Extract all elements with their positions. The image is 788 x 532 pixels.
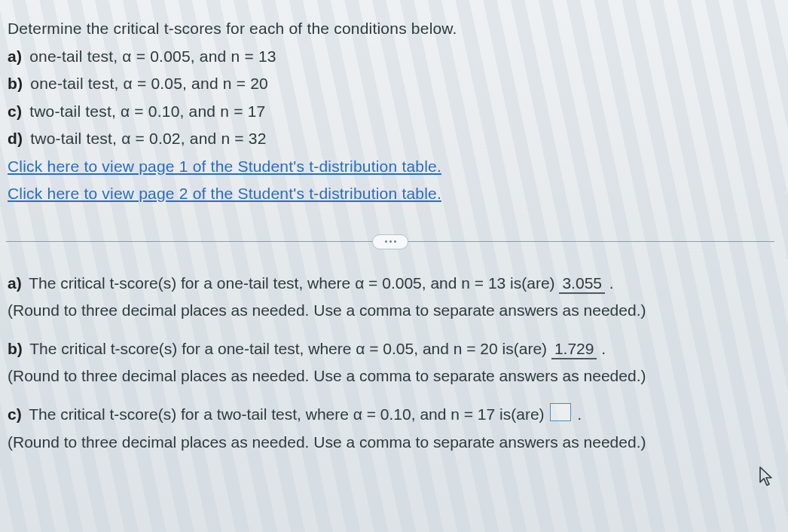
answer-a: a) The critical t-score(s) for a one-tai… (8, 271, 774, 296)
answer-c-input[interactable] (550, 403, 571, 421)
answer-b-label: b) (8, 340, 23, 357)
part-a-text: one-tail test, α = 0.005, and n = 13 (29, 47, 276, 65)
answer-c: c) The critical t-score(s) for a two-tai… (8, 402, 774, 427)
answer-b-trail: . (601, 340, 606, 357)
answer-a-value[interactable]: 3.055 (559, 274, 605, 294)
answer-b-value[interactable]: 1.729 (551, 340, 597, 359)
part-c-text: two-tail test, α = 0.10, and n = 17 (29, 102, 265, 120)
part-d-label: d) (8, 130, 23, 147)
answer-a-lead: The critical t-score(s) for a one-tail t… (29, 274, 559, 292)
part-a: a) one-tail test, α = 0.005, and n = 13 (8, 44, 774, 69)
answer-b: b) The critical t-score(s) for a one-tai… (8, 337, 774, 362)
answer-a-trail: . (609, 274, 614, 292)
part-c-label: c) (8, 102, 22, 120)
answer-a-label: a) (8, 274, 22, 292)
answer-c-trail: . (577, 405, 582, 423)
part-b-label: b) (8, 75, 23, 92)
t-table-page2-link[interactable]: Click here to view page 2 of the Student… (8, 185, 441, 202)
link-row-1: Click here to view page 1 of the Student… (8, 154, 774, 179)
answer-b-lead: The critical t-score(s) for a one-tail t… (29, 340, 551, 357)
t-table-page1-link[interactable]: Click here to view page 1 of the Student… (8, 157, 441, 175)
question-block: Determine the critical t-scores for each… (6, 9, 774, 206)
part-a-label: a) (8, 47, 22, 65)
answer-b-hint: (Round to three decimal places as needed… (8, 364, 774, 389)
section-divider (6, 228, 774, 258)
answer-c-lead: The critical t-score(s) for a two-tail t… (29, 405, 548, 423)
cursor-arrow-icon (758, 466, 774, 487)
question-sheet: Determine the critical t-scores for each… (0, 0, 788, 532)
part-b-text: one-tail test, α = 0.05, and n = 20 (30, 75, 268, 92)
part-b: b) one-tail test, α = 0.05, and n = 20 (8, 72, 774, 96)
question-prompt: Determine the critical t-scores for each… (8, 17, 774, 41)
answer-c-hint: (Round to three decimal places as needed… (8, 430, 774, 455)
link-row-2: Click here to view page 2 of the Student… (8, 182, 774, 206)
part-c: c) two-tail test, α = 0.10, and n = 17 (8, 99, 774, 124)
expand-dots-button[interactable] (372, 234, 408, 249)
answer-a-hint: (Round to three decimal places as needed… (8, 298, 774, 323)
part-d-text: two-tail test, α = 0.02, and n = 32 (30, 130, 266, 147)
part-d: d) two-tail test, α = 0.02, and n = 32 (8, 127, 774, 151)
answer-c-label: c) (8, 405, 22, 423)
answers-block: a) The critical t-score(s) for a one-tai… (6, 271, 774, 454)
